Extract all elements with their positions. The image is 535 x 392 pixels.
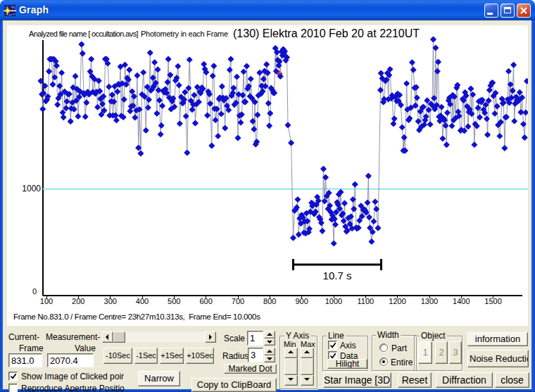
svg-text:1000: 1000 [22, 184, 41, 194]
svg-text:100: 100 [40, 297, 53, 305]
svg-text:900: 900 [295, 297, 308, 305]
svg-text:1200: 1200 [389, 297, 405, 305]
svg-text:400: 400 [136, 297, 149, 305]
svg-text:0: 0 [32, 287, 37, 296]
svg-text:800: 800 [263, 297, 276, 305]
svg-text:200: 200 [72, 297, 84, 305]
svg-text:1000: 1000 [325, 297, 342, 305]
svg-text:10.7 s: 10.7 s [323, 270, 352, 282]
svg-text:1400: 1400 [453, 297, 470, 305]
svg-text:500: 500 [168, 297, 180, 305]
svg-text:300: 300 [104, 297, 117, 305]
svg-text:1300: 1300 [421, 297, 438, 305]
svg-text:1100: 1100 [357, 297, 374, 305]
svg-text:1500: 1500 [484, 297, 501, 305]
svg-text:600: 600 [199, 297, 212, 305]
svg-text:700: 700 [232, 297, 244, 305]
